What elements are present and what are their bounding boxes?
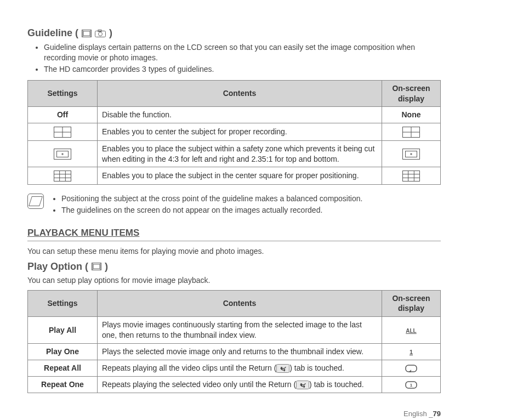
cell-content: Enables you to place the subject in the … bbox=[98, 167, 382, 184]
note-list: Positioning the subject at the cross poi… bbox=[49, 192, 362, 217]
guideline-table: Settings Contents On-screen display OffD… bbox=[27, 80, 441, 185]
svg-rect-1 bbox=[83, 31, 90, 36]
cell-osd: 1 bbox=[382, 376, 441, 393]
col-settings: Settings bbox=[28, 80, 98, 107]
page-footer: English _79 bbox=[27, 410, 441, 418]
film-icon bbox=[92, 263, 101, 270]
cell-content: Enables you to center the subject for pr… bbox=[98, 123, 382, 140]
cell-content: Enables you to place the subject within … bbox=[98, 140, 382, 167]
camera-icon bbox=[95, 30, 106, 37]
content-post: ) tab is touched. bbox=[289, 364, 344, 372]
table-row: Repeat AllRepeats playing all the video … bbox=[28, 360, 441, 376]
cell-setting: Repeat All bbox=[28, 360, 98, 376]
content-pre: Repeats playing all the video clips unti… bbox=[102, 364, 276, 372]
note-icon bbox=[27, 194, 44, 209]
return-icon bbox=[296, 381, 309, 389]
col-contents: Contents bbox=[98, 80, 382, 107]
table-row: Enables you to place the subject within … bbox=[28, 140, 441, 167]
cell-osd: ALL bbox=[382, 317, 441, 344]
svg-rect-32 bbox=[93, 264, 100, 269]
guideline-title-close: ) bbox=[109, 27, 112, 39]
cell-setting: Repeat One bbox=[28, 376, 98, 393]
cell-osd: None bbox=[382, 107, 441, 123]
grid-cross-icon bbox=[54, 127, 71, 138]
cell-setting: Play One bbox=[28, 344, 98, 360]
cell-osd bbox=[382, 123, 441, 140]
svg-rect-21 bbox=[54, 171, 71, 181]
cell-setting: Play All bbox=[28, 317, 98, 344]
guideline-bullet: Guideline displays certain patterns on t… bbox=[44, 42, 441, 63]
svg-text:ALL: ALL bbox=[406, 328, 416, 334]
play-all-icon: ALL bbox=[404, 326, 418, 335]
cell-osd: 1 bbox=[382, 344, 441, 360]
cell-osd bbox=[382, 360, 441, 376]
cell-setting bbox=[28, 123, 98, 140]
guideline-title-text: Guideline ( bbox=[27, 27, 78, 39]
grid-safety-icon bbox=[402, 149, 420, 160]
svg-rect-26 bbox=[403, 171, 420, 181]
table-row: Play OnePlays the selected movie image o… bbox=[28, 344, 441, 360]
col-osd: On-screen display bbox=[382, 80, 441, 107]
cell-content: Repeats playing all the video clips unti… bbox=[98, 360, 382, 376]
guideline-section: Guideline ( ) Guideline displays certain… bbox=[27, 27, 441, 217]
note-item: Positioning the subject at the cross poi… bbox=[61, 194, 362, 204]
footer-label: English _ bbox=[403, 410, 433, 418]
content-pre: Repeats playing the selected video only … bbox=[102, 380, 296, 389]
repeat-all-icon bbox=[405, 364, 417, 373]
table-header-row: Settings Contents On-screen display bbox=[28, 290, 441, 317]
guideline-note: Positioning the subject at the cross poi… bbox=[27, 192, 441, 217]
table-row: Enables you to center the subject for pr… bbox=[28, 123, 441, 140]
table-row: Repeat OneRepeats playing the selected v… bbox=[28, 376, 441, 393]
film-icon bbox=[82, 30, 92, 37]
return-icon bbox=[276, 364, 289, 373]
play-option-title-close: ) bbox=[105, 261, 108, 273]
footer-page: 79 bbox=[433, 410, 441, 418]
play-one-icon: 1 bbox=[404, 348, 418, 356]
table-row: OffDisable the function.None bbox=[28, 107, 441, 123]
play-option-title: Play Option ( ) bbox=[27, 261, 441, 273]
guideline-title: Guideline ( ) bbox=[27, 27, 441, 39]
cell-setting bbox=[28, 140, 98, 167]
cell-osd bbox=[382, 140, 441, 167]
table-header-row: Settings Contents On-screen display bbox=[28, 80, 441, 107]
table-row: Enables you to place the subject in the … bbox=[28, 167, 441, 184]
cell-setting: Off bbox=[28, 107, 98, 123]
content-post: ) tab is touched. bbox=[309, 380, 364, 389]
svg-text:1: 1 bbox=[410, 349, 413, 355]
svg-text:1: 1 bbox=[410, 383, 413, 388]
playback-section: PLAYBACK MENU ITEMS You can setup these … bbox=[27, 228, 441, 393]
repeat-one-icon: 1 bbox=[405, 381, 417, 389]
play-option-table: Settings Contents On-screen display Play… bbox=[27, 290, 441, 393]
grid-thirds-icon bbox=[54, 171, 71, 181]
cell-setting bbox=[28, 167, 98, 184]
cell-content: Plays movie images continuously starting… bbox=[98, 317, 382, 344]
grid-thirds-icon bbox=[402, 171, 420, 181]
play-option-title-text: Play Option ( bbox=[27, 261, 88, 273]
col-osd: On-screen display bbox=[382, 290, 441, 317]
guideline-bullets: Guideline displays certain patterns on t… bbox=[27, 42, 441, 75]
grid-cross-icon bbox=[402, 127, 420, 138]
col-settings: Settings bbox=[28, 290, 98, 317]
col-contents: Contents bbox=[98, 290, 382, 317]
cell-content: Disable the function. bbox=[98, 107, 382, 123]
note-item: The guidelines on the screen do not appe… bbox=[61, 205, 362, 215]
playback-intro: You can setup these menu items for playi… bbox=[27, 247, 441, 256]
cell-content: Plays the selected movie image only and … bbox=[98, 344, 382, 360]
play-option-desc: You can setup play options for movie ima… bbox=[27, 276, 441, 285]
svg-point-5 bbox=[99, 32, 103, 36]
playback-heading: PLAYBACK MENU ITEMS bbox=[27, 228, 441, 241]
guideline-bullet: The HD camcorder provides 3 types of gui… bbox=[44, 64, 441, 75]
table-row: Play AllPlays movie images continuously … bbox=[28, 317, 441, 344]
grid-safety-icon bbox=[54, 149, 71, 160]
svg-rect-38 bbox=[406, 365, 417, 372]
cell-content: Repeats playing the selected video only … bbox=[98, 376, 382, 393]
cell-osd bbox=[382, 167, 441, 184]
